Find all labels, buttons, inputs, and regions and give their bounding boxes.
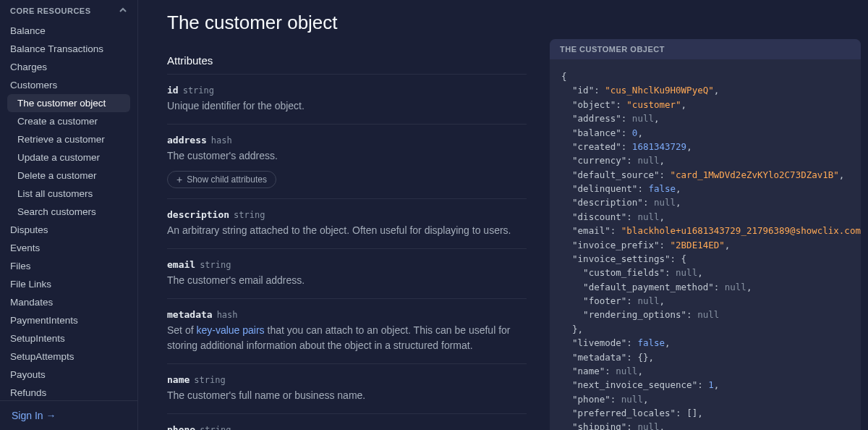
attribute-metadata: metadatahashSet of key-value pairs that … bbox=[167, 299, 527, 364]
show-child-attributes-button[interactable]: +Show child attributes bbox=[167, 171, 276, 188]
sidebar-item-setupattempts[interactable]: SetupAttempts bbox=[0, 347, 137, 366]
chevron-up-icon bbox=[119, 6, 127, 16]
attr-name: description bbox=[167, 209, 229, 220]
sidebar-item-customers[interactable]: Customers bbox=[0, 76, 137, 94]
attr-name: phone bbox=[167, 424, 195, 430]
sidebar-sub-update-customer[interactable]: Update a customer bbox=[0, 148, 137, 166]
sidebar-item-charges[interactable]: Charges bbox=[0, 58, 137, 76]
sidebar-sub-retrieve-customer[interactable]: Retrieve a customer bbox=[0, 130, 137, 148]
sidebar-item-setupintents[interactable]: SetupIntents bbox=[0, 329, 137, 347]
sidebar-item-files[interactable]: Files bbox=[0, 257, 137, 275]
expand-label: Show child attributes bbox=[187, 174, 267, 185]
attr-name: email bbox=[167, 259, 195, 270]
code-box: THE CUSTOMER OBJECT { "id": "cus_NhclKu9… bbox=[550, 39, 861, 430]
attr-description: The customer's email address. bbox=[167, 273, 527, 288]
attr-name: address bbox=[167, 135, 207, 146]
attr-type: hash bbox=[211, 135, 232, 146]
attr-type: string bbox=[200, 260, 231, 270]
sidebar-sub-delete-customer[interactable]: Delete a customer bbox=[0, 166, 137, 185]
code-body[interactable]: { "id": "cus_NhclKu9H0WPyeQ", "object": … bbox=[550, 59, 861, 430]
attr-type: string bbox=[183, 85, 214, 96]
sidebar-item-disputes[interactable]: Disputes bbox=[0, 221, 137, 239]
attr-type: string bbox=[234, 210, 265, 220]
attr-description: The customer's full name or business nam… bbox=[167, 388, 527, 403]
attr-description: Unique identifier for the object. bbox=[167, 98, 527, 114]
sidebar-section-label: CORE RESOURCES bbox=[10, 7, 91, 15]
main: The customer object Attributes idstringU… bbox=[138, 0, 868, 430]
attribute-address: addresshashThe customer's address.+Show … bbox=[167, 125, 527, 199]
sign-in-link[interactable]: Sign In → bbox=[0, 400, 137, 430]
attribute-description: descriptionstringAn arbitrary string att… bbox=[167, 199, 527, 249]
sidebar-sub-list-customers[interactable]: List all customers bbox=[0, 185, 137, 203]
sidebar-item-refunds[interactable]: Refunds bbox=[0, 384, 137, 400]
code-header: THE CUSTOMER OBJECT bbox=[550, 39, 861, 59]
sidebar-item-balance[interactable]: Balance bbox=[0, 22, 137, 40]
sidebar-sub-customer-object[interactable]: The customer object bbox=[7, 94, 130, 112]
sidebar-scroll: CORE RESOURCES BalanceBalance Transactio… bbox=[0, 0, 137, 400]
attribute-id: idstringUnique identifier for the object… bbox=[167, 85, 527, 125]
attributes-heading: Attributes bbox=[167, 54, 527, 75]
attr-name: id bbox=[167, 85, 179, 96]
sidebar-item-mandates[interactable]: Mandates bbox=[0, 293, 137, 311]
sidebar-section-header[interactable]: CORE RESOURCES bbox=[0, 0, 137, 22]
sidebar-sub-search-customers[interactable]: Search customers bbox=[0, 203, 137, 221]
sidebar-item-balance-transactions[interactable]: Balance Transactions bbox=[0, 40, 137, 58]
page-title: The customer object bbox=[167, 12, 527, 34]
attr-type: string bbox=[194, 375, 225, 385]
sidebar: CORE RESOURCES BalanceBalance Transactio… bbox=[0, 0, 138, 430]
attr-name: name bbox=[167, 374, 190, 385]
code-panel: THE CUSTOMER OBJECT { "id": "cus_NhclKu9… bbox=[550, 0, 868, 430]
attr-type: hash bbox=[217, 310, 238, 320]
attr-description: An arbitrary string attached to the obje… bbox=[167, 223, 527, 238]
sidebar-item-file-links[interactable]: File Links bbox=[0, 275, 137, 293]
attr-name: metadata bbox=[167, 309, 213, 320]
sidebar-item-events[interactable]: Events bbox=[0, 239, 137, 257]
attr-type: string bbox=[200, 425, 231, 430]
sidebar-item-paymentintents[interactable]: PaymentIntents bbox=[0, 311, 137, 329]
sidebar-item-payouts[interactable]: Payouts bbox=[0, 366, 137, 384]
attr-description: The customer's address. bbox=[167, 148, 527, 164]
docs-column: The customer object Attributes idstringU… bbox=[138, 0, 550, 430]
attr-description: Set of key-value pairs that you can atta… bbox=[167, 323, 527, 353]
attribute-email: emailstringThe customer's email address. bbox=[167, 249, 527, 299]
sidebar-sub-create-customer[interactable]: Create a customer bbox=[0, 112, 137, 130]
key-value-pairs-link[interactable]: key-value pairs bbox=[196, 324, 264, 336]
attribute-phone: phonestringThe customer's phone number. bbox=[167, 414, 527, 430]
attribute-name: namestringThe customer's full name or bu… bbox=[167, 364, 527, 414]
plus-icon: + bbox=[176, 174, 182, 185]
